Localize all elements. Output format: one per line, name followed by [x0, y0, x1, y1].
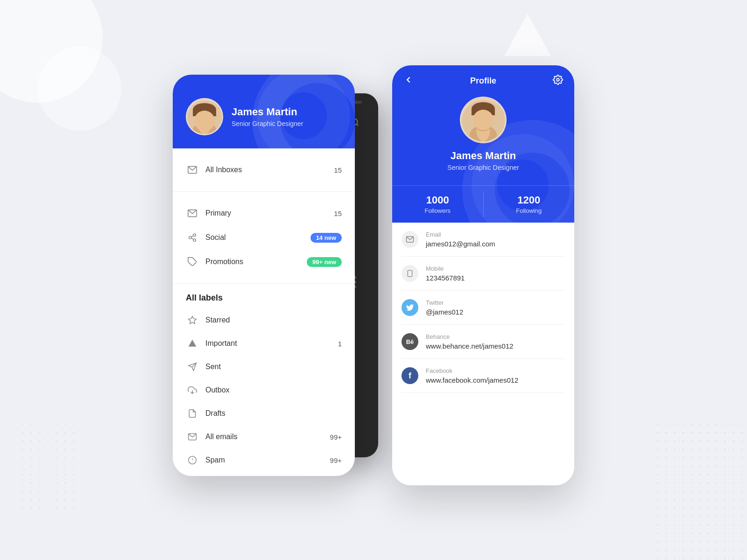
- all-emails-label-item[interactable]: All emails 99+: [186, 425, 342, 448]
- email-icon: [186, 207, 199, 220]
- inbox-all-inboxes[interactable]: All Inboxes 15: [186, 158, 342, 182]
- labels-section: All labels Starred: [173, 284, 355, 476]
- star-icon: [186, 314, 199, 327]
- phone2-topbar: Profile: [392, 65, 574, 92]
- phone1-user-info: James Martin Senior Graphic Designer: [232, 106, 303, 127]
- email-value: james012@gmail.com: [426, 240, 565, 248]
- social-label: Social: [205, 233, 304, 242]
- sent-label-item[interactable]: Sent: [186, 355, 342, 378]
- all-email-icon: [186, 430, 199, 443]
- spam-count: 99+: [330, 456, 342, 464]
- behance-value: www.behance.net/james012: [426, 342, 565, 350]
- svg-line-11: [191, 238, 194, 239]
- spam-icon: [186, 454, 199, 467]
- email-contact-info: Email james012@gmail.com: [426, 231, 565, 248]
- tag-icon: [186, 255, 199, 268]
- spam-label-item[interactable]: Spam 99+: [186, 448, 342, 472]
- important-label-item[interactable]: Important 1: [186, 332, 342, 355]
- contact-facebook-item[interactable]: f Facebook www.facebook.com/james012: [402, 359, 565, 393]
- all-inboxes-label: All Inboxes: [205, 166, 327, 174]
- drafts-icon: [186, 407, 199, 420]
- profile-user-title: Senior Graphic Designer: [447, 164, 519, 171]
- contact-behance-item[interactable]: Bē Behance www.behance.net/james012: [402, 325, 565, 359]
- outbox-icon: [186, 384, 199, 397]
- back-button[interactable]: [403, 75, 414, 87]
- svg-point-2: [187, 101, 222, 135]
- important-count: 1: [338, 340, 342, 348]
- behance-label: Behance: [426, 333, 565, 340]
- twitter-value: @james012: [426, 308, 565, 316]
- facebook-value: www.facebook.com/james012: [426, 376, 565, 384]
- drafts-text: Drafts: [205, 409, 342, 418]
- phone2-body: Email james012@gmail.com Mobile 12345678…: [392, 223, 574, 485]
- behance-contact-info: Behance www.behance.net/james012: [426, 333, 565, 350]
- followers-count: 1000: [426, 194, 449, 206]
- followers-label: Followers: [424, 207, 451, 214]
- primary-label: Primary: [205, 209, 327, 217]
- phone1: James Martin Senior Graphic Designer: [173, 75, 355, 476]
- contact-email-item[interactable]: Email james012@gmail.com: [402, 223, 565, 257]
- avatar-image: [187, 99, 222, 134]
- bg-dots-left: [19, 420, 75, 513]
- outbox-label-item[interactable]: Outbox: [186, 378, 342, 402]
- facebook-contact-icon: f: [402, 367, 418, 384]
- bg-decoration-circle-2: [37, 47, 121, 131]
- email-label: Email: [426, 231, 565, 238]
- avatar: [186, 98, 223, 135]
- important-text: Important: [205, 339, 331, 348]
- starred-label-item[interactable]: Starred: [186, 308, 342, 332]
- spam-text: Spam: [205, 456, 324, 464]
- facebook-label: Facebook: [426, 367, 565, 374]
- profile-avatar: [460, 97, 507, 143]
- bg-triangle: [504, 14, 551, 56]
- labels-title: All labels: [186, 293, 342, 303]
- profile-user-name: James Martin: [451, 150, 516, 162]
- sent-text: Sent: [205, 363, 342, 371]
- svg-point-24: [474, 106, 493, 127]
- profile-title: Profile: [470, 76, 496, 86]
- phone2-profile-area: James Martin Senior Graphic Designer: [392, 92, 574, 185]
- all-emails-count: 99+: [330, 433, 342, 441]
- promotions-label: Promotions: [205, 258, 300, 266]
- phone2-header: Profile: [392, 65, 574, 223]
- svg-line-1: [357, 124, 359, 126]
- behance-contact-icon: Bē: [402, 333, 418, 350]
- mobile-label: Mobile: [426, 265, 565, 272]
- contact-twitter-item[interactable]: Twitter @james012: [402, 291, 565, 325]
- categories-section: Primary 15 S: [173, 192, 355, 284]
- mobile-contact-icon: [402, 265, 418, 282]
- settings-button[interactable]: [553, 75, 563, 87]
- profile-avatar-image: [462, 98, 505, 141]
- phone1-user-name: James Martin: [232, 106, 303, 118]
- primary-inbox-item[interactable]: Primary 15: [186, 201, 342, 225]
- svg-marker-14: [189, 340, 197, 347]
- email-contact-icon: [402, 231, 418, 248]
- svg-line-10: [191, 236, 194, 237]
- svg-rect-27: [408, 270, 412, 276]
- twitter-contact-icon: [402, 299, 418, 316]
- phone2: Profile: [392, 65, 574, 485]
- sent-icon: [186, 360, 199, 373]
- svg-marker-13: [189, 316, 197, 324]
- promotions-badge: 99+ new: [307, 257, 342, 267]
- phone1-wrapper: James Martin Senior Graphic Designer: [173, 75, 355, 476]
- inbox-icon: [186, 163, 199, 176]
- phone1-header: James Martin Senior Graphic Designer: [173, 75, 355, 148]
- primary-count: 15: [334, 210, 342, 217]
- inbox-section: All Inboxes 15: [173, 148, 355, 192]
- twitter-label: Twitter: [426, 299, 565, 306]
- svg-point-8: [189, 236, 192, 239]
- drafts-label-item[interactable]: Drafts: [186, 402, 342, 425]
- outbox-text: Outbox: [205, 386, 342, 394]
- phone1-user-title: Senior Graphic Designer: [232, 120, 303, 127]
- all-emails-text: All emails: [205, 433, 324, 441]
- phone1-profile-row: James Martin Senior Graphic Designer: [186, 98, 342, 135]
- starred-text: Starred: [205, 316, 342, 324]
- contact-mobile-item[interactable]: Mobile 1234567891: [402, 257, 565, 291]
- social-inbox-item[interactable]: Social 14 new: [186, 225, 342, 250]
- promotions-inbox-item[interactable]: Promotions 99+ new: [186, 250, 342, 274]
- important-icon: [186, 337, 199, 350]
- phone1-body: All Inboxes 15 Primary 1: [173, 148, 355, 476]
- all-inboxes-count: 15: [334, 166, 342, 174]
- mobile-contact-info: Mobile 1234567891: [426, 265, 565, 282]
